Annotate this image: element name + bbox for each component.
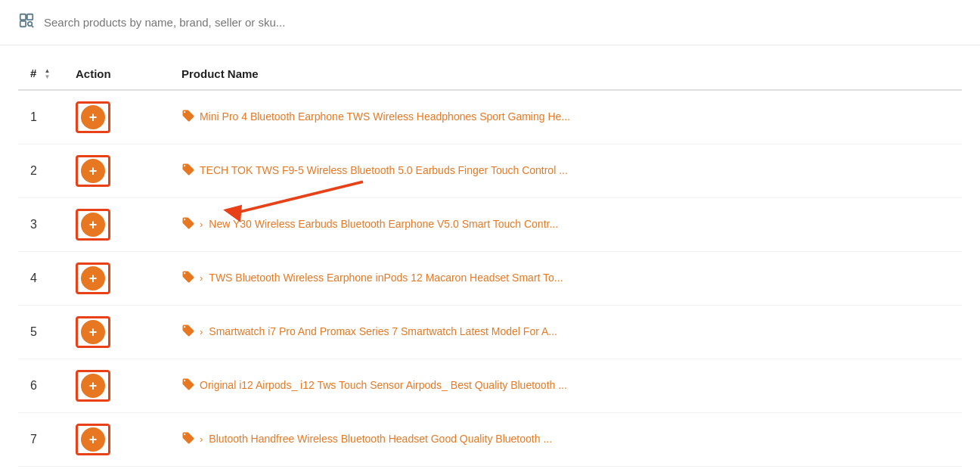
row-product-name: TECH TOK TWS F9-5 Wireless Bluetooth 5.0…	[169, 144, 962, 198]
row-product-name: ›New Y30 Wireless Earbuds Bluetooth Earp…	[169, 198, 962, 252]
table-row: 4+›TWS Bluetooth Wireless Earphone inPod…	[18, 252, 962, 306]
table-row: 2+TECH TOK TWS F9-5 Wireless Bluetooth 5…	[18, 144, 962, 198]
add-product-button[interactable]: +	[81, 159, 105, 183]
table-row: 5+›Smartwatch i7 Pro And Promax Series 7…	[18, 306, 962, 359]
row-action: +	[64, 359, 169, 413]
row-product-name: ›Blutooth Handfree Wireless Bluetooth He…	[169, 413, 962, 467]
tag-icon	[181, 270, 195, 287]
tag-icon	[181, 377, 195, 394]
sort-arrows[interactable]: ▲ ▼	[45, 68, 51, 80]
product-name-text: TECH TOK TWS F9-5 Wireless Bluetooth 5.0…	[200, 164, 568, 176]
product-table: # ▲ ▼ Action Product Name 1+Mini Pro 4 B…	[18, 57, 962, 467]
svg-rect-1	[27, 14, 33, 20]
tag-icon	[181, 324, 195, 340]
table-row: 6+Original i12 Airpods_ i12 Tws Touch Se…	[18, 359, 962, 413]
expand-chevron-icon[interactable]: ›	[200, 326, 203, 337]
add-product-button[interactable]: +	[81, 427, 105, 452]
product-name-text: ›New Y30 Wireless Earbuds Bluetooth Earp…	[200, 218, 558, 230]
sort-desc-icon[interactable]: ▼	[45, 74, 51, 80]
row-action: +	[64, 198, 169, 252]
row-action: +	[64, 252, 169, 306]
row-product-name: ›TWS Bluetooth Wireless Earphone inPods …	[169, 252, 962, 306]
expand-chevron-icon[interactable]: ›	[200, 272, 203, 284]
search-bar	[0, 0, 980, 45]
svg-point-3	[28, 22, 33, 26]
svg-rect-2	[20, 21, 26, 26]
add-product-button[interactable]: +	[81, 266, 105, 290]
row-number: 3	[18, 198, 64, 252]
add-product-button[interactable]: +	[81, 374, 105, 398]
product-name-text: Mini Pro 4 Bluetooth Earphone TWS Wirele…	[200, 110, 570, 123]
row-number: 5	[18, 306, 64, 359]
product-name-text: Original i12 Airpods_ i12 Tws Touch Sens…	[200, 379, 567, 391]
col-header-num: # ▲ ▼	[18, 57, 64, 90]
row-product-name: ›Smartwatch i7 Pro And Promax Series 7 S…	[169, 306, 962, 359]
row-product-name: Original i12 Airpods_ i12 Tws Touch Sens…	[169, 359, 962, 413]
action-highlight-box: +	[76, 101, 110, 133]
tag-icon	[181, 216, 195, 233]
row-number: 4	[18, 252, 64, 306]
search-table-icon	[18, 12, 35, 33]
row-number: 2	[18, 144, 64, 198]
add-product-button[interactable]: +	[81, 213, 105, 237]
add-product-button[interactable]: +	[81, 320, 105, 344]
product-table-container: # ▲ ▼ Action Product Name 1+Mini Pro 4 B…	[0, 45, 980, 469]
table-row: 7+›Blutooth Handfree Wireless Bluetooth …	[18, 413, 962, 467]
action-highlight-box: +	[76, 316, 110, 348]
row-number: 7	[18, 413, 64, 467]
action-highlight-box: +	[76, 424, 110, 455]
table-row: 3+›New Y30 Wireless Earbuds Bluetooth Ea…	[18, 198, 962, 252]
row-product-name: Mini Pro 4 Bluetooth Earphone TWS Wirele…	[169, 90, 962, 144]
row-number: 1	[18, 90, 64, 144]
add-product-button[interactable]: +	[81, 105, 105, 129]
action-highlight-box: +	[76, 155, 110, 187]
row-action: +	[64, 306, 169, 359]
svg-line-4	[32, 26, 33, 27]
row-number: 6	[18, 359, 64, 413]
tag-icon	[181, 163, 195, 179]
row-action: +	[64, 413, 169, 467]
action-highlight-box: +	[76, 209, 110, 241]
action-highlight-box: +	[76, 262, 110, 294]
table-row: 1+Mini Pro 4 Bluetooth Earphone TWS Wire…	[18, 90, 962, 144]
row-action: +	[64, 144, 169, 198]
product-name-text: ›Smartwatch i7 Pro And Promax Series 7 S…	[200, 325, 557, 337]
svg-rect-0	[20, 14, 26, 20]
search-input[interactable]	[44, 16, 346, 29]
tag-icon	[181, 431, 195, 448]
tag-icon	[181, 109, 195, 126]
expand-chevron-icon[interactable]: ›	[200, 433, 203, 445]
product-name-text: ›TWS Bluetooth Wireless Earphone inPods …	[200, 272, 563, 284]
product-name-text: ›Blutooth Handfree Wireless Bluetooth He…	[200, 433, 552, 445]
col-header-action: Action	[64, 57, 169, 90]
row-action: +	[64, 90, 169, 144]
expand-chevron-icon[interactable]: ›	[200, 219, 203, 230]
col-header-product-name: Product Name	[169, 57, 962, 90]
action-highlight-box: +	[76, 370, 110, 402]
table-header-row: # ▲ ▼ Action Product Name	[18, 57, 962, 90]
